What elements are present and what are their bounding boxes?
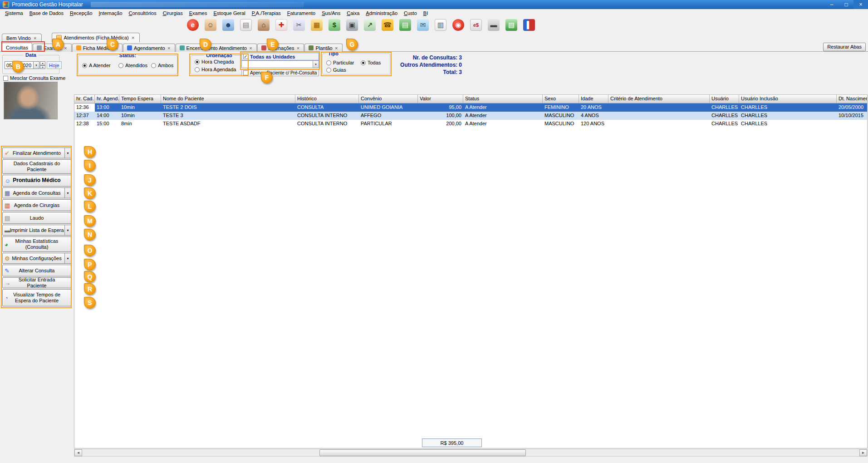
column-header[interactable]: Tempo Espera bbox=[119, 95, 161, 103]
chevron-down-icon[interactable]: ▼ bbox=[313, 61, 319, 68]
column-header[interactable]: Critério de Atendimento bbox=[608, 95, 710, 103]
minhas-configuracoes-button[interactable]: ⚙ Minhas Configurações ▼ bbox=[2, 253, 71, 264]
column-header[interactable]: Idade bbox=[579, 95, 608, 103]
table-row[interactable]: 12:37 14:00 10min TESTE 3 CONSULTA INTER… bbox=[74, 112, 867, 120]
pre-consulta-checkbox[interactable]: Apenas Paciente c/ Pré-Consulta bbox=[241, 69, 319, 76]
scrollbar-thumb[interactable] bbox=[319, 449, 526, 456]
column-header[interactable]: hr. Agend. bbox=[95, 95, 119, 103]
tab-bem-vindo[interactable]: Bem Vindo × bbox=[2, 34, 42, 42]
column-header[interactable]: Valor bbox=[418, 95, 463, 103]
currency-icon[interactable]: e$ bbox=[470, 19, 482, 31]
spinner-down-icon[interactable]: ▼ bbox=[40, 65, 45, 69]
radio-hora-chegada[interactable]: Hora Chegada bbox=[195, 59, 234, 64]
column-header[interactable]: Sexo bbox=[543, 95, 579, 103]
visualizar-tempos-espera-button[interactable]: ◔ Visualizar Tempos de Espera do Pacient… bbox=[2, 289, 71, 306]
wallet-icon[interactable]: ▤ bbox=[399, 19, 411, 31]
merge-consulta-exame-checkbox[interactable]: Mesclar Consulta Exame bbox=[3, 75, 65, 81]
menu-recepcao[interactable]: Recepção bbox=[67, 10, 96, 16]
menu-estoque-geral[interactable]: Estoque Geral bbox=[210, 10, 248, 16]
menu-sus-ans[interactable]: Sus/Ans bbox=[319, 10, 343, 16]
unidade-combobox[interactable]: ▼ bbox=[241, 60, 319, 68]
close-icon[interactable]: × bbox=[167, 45, 171, 51]
bi-icon[interactable]: ▌ bbox=[523, 19, 535, 31]
chevron-down-icon[interactable]: ▼ bbox=[64, 225, 71, 235]
dados-cadastrais-button[interactable]: Dados Cadastrais do Paciente bbox=[2, 159, 71, 174]
scroll-right-icon[interactable]: ► bbox=[859, 449, 867, 456]
agenda-consultas-button[interactable]: ▦ Agenda de Consultas ▼ bbox=[2, 187, 71, 198]
radio-todas[interactable]: Todas bbox=[361, 60, 381, 65]
alterar-consulta-button[interactable]: ✎ Alterar Consulta bbox=[2, 265, 71, 276]
column-header[interactable]: Status bbox=[463, 95, 543, 103]
close-button[interactable]: × bbox=[853, 0, 868, 9]
radio-atendidos[interactable]: Atendidos bbox=[118, 63, 147, 68]
menu-internacao[interactable]: Internação bbox=[96, 10, 126, 16]
finalizar-atendimento-button[interactable]: ✔ Finalizar Atendimento ▼ bbox=[2, 148, 71, 158]
tab-plantao[interactable]: Plantão × bbox=[304, 44, 342, 52]
todas-unidades-checkbox[interactable]: Todas as Unidades bbox=[241, 53, 319, 60]
monitor-chart-icon[interactable]: ▧ bbox=[505, 19, 517, 31]
menu-consultorios[interactable]: Consultórios bbox=[126, 10, 160, 16]
chat-icon[interactable]: ✉ bbox=[417, 19, 429, 31]
stock-icon[interactable]: ▦ bbox=[311, 19, 323, 31]
maximize-button[interactable]: □ bbox=[839, 0, 853, 9]
chevron-down-icon[interactable]: ▼ bbox=[34, 61, 39, 69]
printer-icon[interactable]: ▬ bbox=[488, 19, 500, 31]
close-icon[interactable]: × bbox=[249, 45, 253, 51]
tab-atendimentos[interactable]: Atendimentos (Ficha Médica) × bbox=[52, 33, 140, 42]
column-header[interactable]: Nome do Paciente bbox=[161, 95, 295, 103]
patient-icon[interactable]: ☻ bbox=[222, 19, 234, 31]
surgery-icon[interactable]: ✂ bbox=[293, 19, 305, 31]
radio-guias[interactable]: Guias bbox=[326, 67, 346, 73]
column-header[interactable]: Histórico bbox=[295, 95, 359, 103]
column-header[interactable]: Usuário bbox=[710, 95, 739, 103]
radio-a-atender[interactable]: A Atender bbox=[82, 63, 111, 68]
column-header[interactable]: hr. Cad. bbox=[74, 95, 95, 103]
column-header[interactable]: Usuário Inclusão bbox=[739, 95, 837, 103]
chevron-down-icon[interactable]: ▼ bbox=[64, 188, 71, 198]
solicitar-entrada-paciente-button[interactable]: → Solicitar Entrada Paciente bbox=[2, 277, 71, 288]
menu-base-de-dados[interactable]: Base de Dados bbox=[26, 10, 67, 16]
tab-encerramento-atendimento[interactable]: Encerramento Atendimento × bbox=[176, 44, 257, 52]
menu-pa-terapias[interactable]: P.A./Terapias bbox=[249, 10, 284, 16]
close-icon[interactable]: × bbox=[131, 35, 135, 40]
tab-internacoes[interactable]: Internações × bbox=[257, 44, 304, 52]
table-row[interactable]: 12:38 15:00 8min TESTE ASDADF CONSULTA I… bbox=[74, 120, 867, 128]
logo-swirl-icon[interactable]: e bbox=[187, 19, 199, 31]
reception-icon[interactable]: ☺ bbox=[205, 19, 216, 31]
menu-caixa[interactable]: Caixa bbox=[343, 10, 363, 16]
menu-sistema[interactable]: Sistema bbox=[2, 10, 26, 16]
chevron-down-icon[interactable]: ▼ bbox=[64, 253, 71, 263]
menu-cirurgias[interactable]: Cirurgias bbox=[160, 10, 186, 16]
column-header[interactable]: Convênio bbox=[359, 95, 418, 103]
horizontal-scrollbar[interactable]: ◄ ► bbox=[74, 449, 868, 457]
close-icon[interactable]: × bbox=[33, 35, 37, 41]
column-header[interactable]: Dt. Nascimento bbox=[837, 95, 868, 103]
power-icon[interactable]: ◉ bbox=[452, 19, 464, 31]
menu-faturamento[interactable]: Faturamento bbox=[284, 10, 319, 16]
phone-icon[interactable]: ☎ bbox=[382, 19, 393, 31]
scroll-left-icon[interactable]: ◄ bbox=[74, 449, 82, 456]
medical-record-icon[interactable]: ▤ bbox=[240, 19, 252, 31]
safe-icon[interactable]: ▣ bbox=[346, 19, 358, 31]
tab-agendamento[interactable]: Agendamento × bbox=[123, 44, 175, 52]
minhas-estatisticas-button[interactable]: ◕ Minhas Estatísticas (Consulta) bbox=[2, 236, 71, 252]
menu-custo[interactable]: Custo bbox=[401, 10, 420, 16]
ambulance-icon[interactable]: ✚ bbox=[275, 19, 287, 31]
agenda-cirurgias-button[interactable]: ▥ Agenda de Cirurgias bbox=[2, 199, 71, 211]
table-row[interactable]: 12:36 13:00 10min TESTE 2 DOIS CONSULTA … bbox=[74, 103, 867, 112]
menu-bi[interactable]: BI bbox=[420, 10, 431, 16]
chart-up-icon[interactable]: ↗ bbox=[364, 19, 376, 31]
radio-ambos[interactable]: Ambos bbox=[151, 63, 173, 68]
tab-consultas[interactable]: Consultas bbox=[2, 43, 32, 52]
report-icon[interactable]: ▥ bbox=[435, 19, 446, 31]
prontuario-medico-button[interactable]: ☺ Prontuário Médico bbox=[2, 175, 71, 187]
close-icon[interactable]: × bbox=[334, 45, 338, 51]
bed-icon[interactable]: ⌂ bbox=[258, 19, 270, 31]
spinner-up-icon[interactable]: ▲ bbox=[40, 61, 45, 65]
imprimir-lista-espera-button[interactable]: ▬ Imprimir Lista de Espera ▼ bbox=[2, 225, 71, 236]
close-icon[interactable]: × bbox=[64, 45, 68, 51]
chevron-down-icon[interactable]: ▼ bbox=[64, 148, 71, 158]
restore-tabs-button[interactable]: Restaurar Abas bbox=[823, 43, 866, 51]
radio-particular[interactable]: Particular bbox=[326, 60, 354, 65]
close-icon[interactable]: × bbox=[296, 45, 300, 51]
